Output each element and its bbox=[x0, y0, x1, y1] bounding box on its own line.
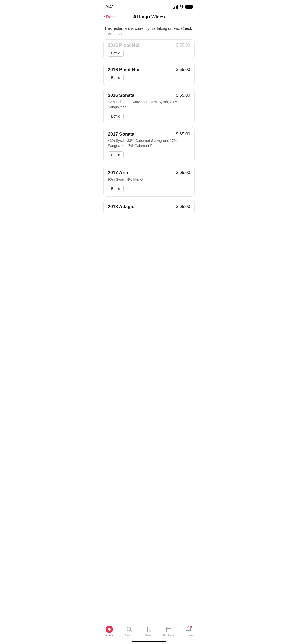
battery-icon bbox=[185, 5, 193, 9]
nav-header: ‹ Back Al Lago Wines bbox=[99, 12, 199, 23]
bottle-badge[interactable]: Bottle bbox=[108, 151, 124, 158]
wine-list: 2016 Pinot Noir $ 55.00 Bottle 2016 Pino… bbox=[99, 39, 199, 215]
partial-bottle-badge[interactable]: Bottle bbox=[108, 50, 124, 57]
wine-name: 2017 Aria bbox=[108, 170, 174, 175]
wine-name: 2016 Pinot Noir bbox=[108, 67, 174, 72]
wine-card: 2016 Pinot Noir $ 55.00 Bottle bbox=[103, 63, 195, 85]
wine-header: 2017 Sonata $ 65.00 bbox=[108, 131, 190, 137]
partial-wine-name: 2016 Pinot Noir bbox=[108, 43, 174, 48]
wine-header: 2016 Pinot Noir $ 55.00 bbox=[108, 43, 190, 48]
wine-price: $ 65.00 bbox=[176, 93, 190, 98]
status-icons bbox=[173, 5, 193, 9]
wine-card: 2017 Aria $ 65.00 96% Syrah, 4% Merlot B… bbox=[103, 166, 195, 197]
wine-description: 96% Syrah, 4% Merlot bbox=[108, 177, 190, 182]
wine-header: 2018 Adagio $ 65.00 bbox=[108, 204, 190, 209]
bottle-badge[interactable]: Bottle bbox=[108, 113, 124, 120]
wine-header: 2016 Pinot Noir $ 55.00 bbox=[108, 67, 190, 72]
wine-price: $ 65.00 bbox=[176, 204, 190, 209]
wine-price: $ 65.00 bbox=[176, 170, 190, 175]
bottle-badge[interactable]: Bottle bbox=[108, 74, 124, 81]
partial-wine-card: 2016 Pinot Noir $ 55.00 Bottle bbox=[103, 39, 195, 60]
wifi-icon bbox=[179, 5, 184, 9]
back-chevron-icon: ‹ bbox=[103, 14, 105, 20]
banner-message: This restaurant is currently not taking … bbox=[99, 23, 199, 39]
wine-price: $ 55.00 bbox=[176, 67, 190, 72]
partial-wine-price: $ 55.00 bbox=[176, 43, 190, 48]
page-title: Al Lago Wines bbox=[133, 14, 165, 20]
back-button[interactable]: ‹ Back bbox=[103, 14, 116, 20]
status-bar: 9:41 bbox=[99, 0, 199, 12]
bottle-badge[interactable]: Bottle bbox=[108, 185, 124, 192]
wine-description: 42% Cabernet Sauvignon, 20% Syrah, 20% S… bbox=[108, 100, 190, 110]
wine-description: 43% Syrah, 33% Cabernet Sauvignon, 17% S… bbox=[108, 138, 190, 148]
wine-card: 2017 Sonata $ 65.00 43% Syrah, 33% Caber… bbox=[103, 127, 195, 163]
wine-name: 2016 Sonata bbox=[108, 93, 174, 98]
wine-header: 2017 Aria $ 65.00 bbox=[108, 170, 190, 175]
wine-header: 2016 Sonata $ 65.00 bbox=[108, 93, 190, 98]
signal-bars-icon bbox=[173, 5, 178, 9]
back-label: Back bbox=[106, 14, 116, 20]
wine-name: 2017 Sonata bbox=[108, 131, 174, 137]
wine-price: $ 65.00 bbox=[176, 131, 190, 137]
wine-name: 2018 Adagio bbox=[108, 204, 174, 209]
wine-card: 2016 Sonata $ 65.00 42% Cabernet Sauvign… bbox=[103, 89, 195, 124]
status-time: 9:41 bbox=[105, 4, 114, 9]
svg-point-0 bbox=[181, 8, 182, 8]
wine-card-partial-bottom: 2018 Adagio $ 65.00 bbox=[103, 200, 195, 215]
